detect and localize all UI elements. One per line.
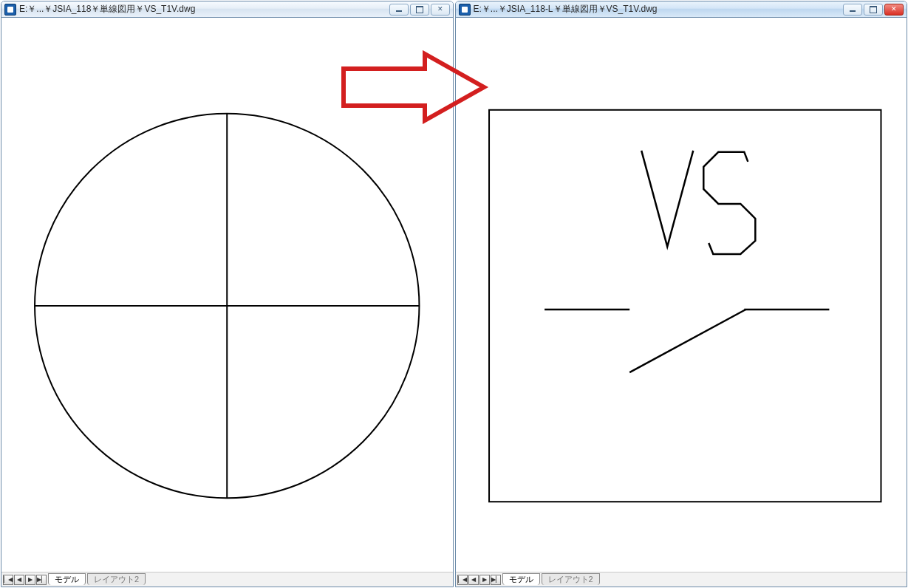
window-controls: [389, 4, 450, 16]
svg-line-6: [629, 310, 745, 372]
workspace: E:￥...￥JSIA_118￥単線図用￥VS_T1V.dwg ▏◀ ◀ ▶ ▶…: [0, 0, 908, 588]
maximize-button[interactable]: [410, 4, 429, 16]
doc-window-right: E:￥...￥JSIA_118-L￥単線図用￥VS_T1V.dwg: [455, 1, 908, 587]
svg-rect-3: [489, 110, 881, 502]
drawing-left: [1, 18, 453, 572]
minimize-button[interactable]: [389, 4, 409, 16]
nav-next-button[interactable]: ▶: [479, 575, 490, 585]
nav-prev-button[interactable]: ◀: [14, 575, 24, 585]
tab-layout[interactable]: レイアウト2: [542, 573, 600, 585]
canvas-left[interactable]: [1, 18, 453, 572]
close-button[interactable]: [884, 4, 904, 16]
doc-window-left: E:￥...￥JSIA_118￥単線図用￥VS_T1V.dwg ▏◀ ◀ ▶ ▶…: [1, 1, 454, 587]
nav-prev-button[interactable]: ◀: [468, 575, 479, 585]
tab-layout[interactable]: レイアウト2: [87, 573, 146, 585]
nav-first-button[interactable]: ▏◀: [457, 575, 468, 585]
nav-last-button[interactable]: ▶▏: [491, 575, 501, 585]
window-title: E:￥...￥JSIA_118￥単線図用￥VS_T1V.dwg: [19, 3, 389, 16]
canvas-right[interactable]: [456, 18, 907, 572]
nav-last-button[interactable]: ▶▏: [36, 575, 47, 585]
titlebar-right[interactable]: E:￥...￥JSIA_118-L￥単線図用￥VS_T1V.dwg: [456, 1, 907, 18]
drawing-right: [456, 18, 907, 572]
nav-next-button[interactable]: ▶: [25, 575, 35, 585]
tab-model[interactable]: モデル: [48, 573, 86, 585]
close-button[interactable]: [431, 4, 450, 16]
app-icon: [459, 4, 471, 16]
minimize-button[interactable]: [843, 4, 862, 16]
statusbar-left: ▏◀ ◀ ▶ ▶▏ モデル レイアウト2: [1, 572, 453, 587]
app-icon: [4, 4, 16, 16]
nav-first-button[interactable]: ▏◀: [3, 575, 13, 585]
maximize-button[interactable]: [864, 4, 883, 16]
statusbar-right: ▏◀ ◀ ▶ ▶▏ モデル レイアウト2: [456, 572, 907, 587]
window-title: E:￥...￥JSIA_118-L￥単線図用￥VS_T1V.dwg: [474, 3, 844, 16]
tab-model[interactable]: モデル: [502, 573, 540, 585]
titlebar-left[interactable]: E:￥...￥JSIA_118￥単線図用￥VS_T1V.dwg: [1, 1, 453, 18]
window-controls: [843, 4, 904, 16]
